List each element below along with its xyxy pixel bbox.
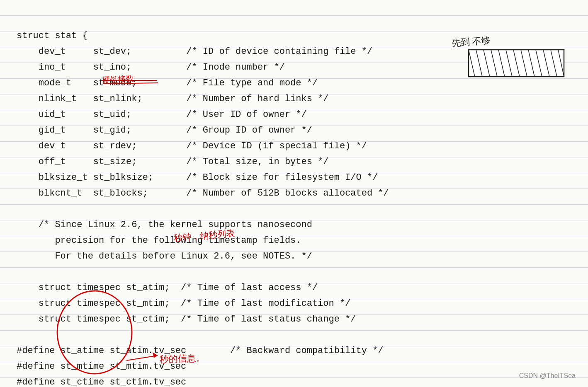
line-2: dev_t st_dev; /* ID of device containing… (17, 46, 372, 57)
line-20 (17, 330, 22, 340)
line-14: precision for the following timestamp fi… (17, 235, 301, 246)
code-block: struct stat { dev_t st_dev; /* ID of dev… (17, 12, 571, 387)
page: struct stat { dev_t st_dev; /* ID of dev… (0, 0, 588, 387)
line-5: nlink_t st_nlink; /* Number of hard link… (17, 94, 329, 104)
line-17: struct timespec st_atim; /* Time of last… (17, 283, 318, 293)
line-18: struct timespec st_mtim; /* Time of last… (17, 298, 350, 309)
line-21: #define st_atime st_atim.tv_sec /* Backw… (17, 346, 384, 356)
line-7: gid_t st_gid; /* Group ID of owner */ (17, 125, 312, 135)
line-22: #define st_mtime st_mtim.tv_sec (17, 361, 186, 372)
line-16 (17, 267, 22, 277)
line-9: off_t st_size; /* Total size, in bytes *… (17, 157, 329, 167)
line-23: #define st_ctime st_ctim.tv_sec (17, 377, 186, 387)
line-15: For the details before Linux 2.6, see NO… (17, 251, 312, 261)
line-6: uid_t st_uid; /* User ID of owner */ (17, 109, 307, 120)
line-11: blkcnt_t st_blocks; /* Number of 512B bl… (17, 188, 389, 198)
footer-text: CSDN @TheITSea (519, 372, 576, 380)
line-12 (17, 204, 22, 214)
line-8: dev_t st_rdev; /* Device ID (if special … (17, 141, 367, 151)
line-10: blksize_t st_blksize; /* Block size for … (17, 172, 378, 183)
line-3: ino_t st_ino; /* Inode number */ (17, 62, 285, 73)
line-13: /* Since Linux 2.6, the kernel supports … (17, 220, 312, 230)
line-4: mode_t st_mode; /* File type and mode */ (17, 78, 318, 88)
line-1: struct stat { (17, 31, 88, 41)
line-19: struct timespec st_ctim; /* Time of last… (17, 314, 356, 324)
